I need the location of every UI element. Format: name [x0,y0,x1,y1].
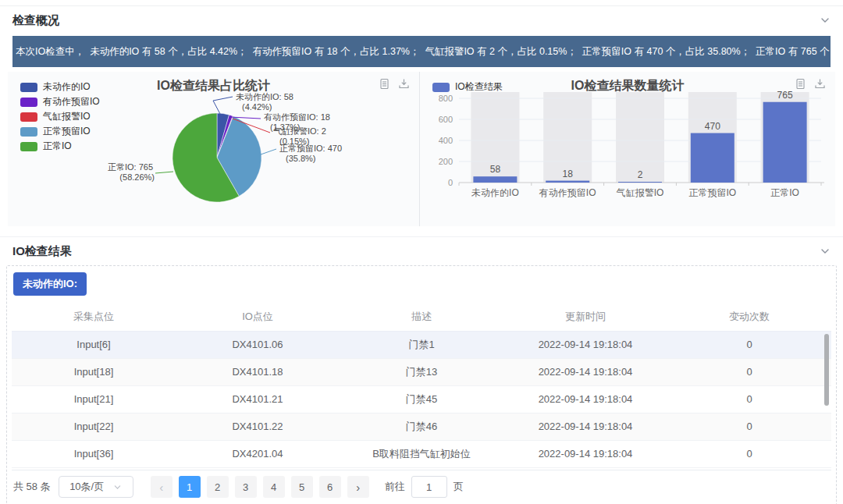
legend-swatch [432,83,450,92]
svg-text:气缸报警IO: 气缸报警IO [616,187,664,198]
page-button-5[interactable]: 5 [291,476,313,498]
legend-item[interactable]: 正常IO [20,139,100,154]
pie-chart-panel: 未动作的IO 有动作预留IO 气缸报警IO 正常预留IO 正常IO IO检查结果… [8,72,419,226]
goto-page-input[interactable] [411,476,447,498]
table-row[interactable]: Input[36]DX4201.04B取料阻挡气缸初始位2022-09-14 1… [12,440,831,467]
svg-text:(58.26%): (58.26%) [119,172,155,182]
svg-text:气缸报警IO: 2: 气缸报警IO: 2 [273,126,326,136]
results-table: 采集点位 IO点位 描述 更新时间 变动次数 Input[6]DX4101.06… [12,303,831,468]
section-divider [0,226,843,237]
table-cell: Input[36] [12,440,176,467]
legend-item[interactable]: 未动作的IO [20,80,100,94]
legend-label: IO检查结果 [455,80,503,94]
results-collapse-button[interactable] [820,246,831,257]
pie-legend: 未动作的IO 有动作预留IO 气缸报警IO 正常预留IO 正常IO [20,80,100,154]
overview-collapse-button[interactable] [820,15,831,26]
overview-header: 检查概况 [0,6,843,34]
table-cell: Input[21] [12,385,176,413]
pie-toolbox [379,78,410,90]
bar-chart-panel: IO检查结果 IO检查结果数量统计 020040060080058未动作的IO1… [419,72,835,226]
column-header: 采集点位 [12,303,176,331]
page-button-2[interactable]: 2 [207,476,229,498]
page-button-6[interactable]: 6 [319,476,341,498]
legend-label: 未动作的IO [43,80,91,94]
svg-text:600: 600 [439,115,453,124]
table-cell: DX4201.04 [176,440,340,467]
svg-text:有动作预留IO: 18: 有动作预留IO: 18 [264,112,330,122]
page-button-3[interactable]: 3 [235,476,257,498]
table-cell: 0 [667,413,831,440]
legend-item[interactable]: 气缸报警IO [20,109,100,124]
column-header: 变动次数 [667,303,831,331]
next-page-button[interactable]: › [347,476,369,498]
svg-text:正常IO: 765: 正常IO: 765 [108,162,153,172]
data-view-icon[interactable] [379,78,390,90]
table-row[interactable]: Input[6]DX4101.06门禁12022-09-14 19:18:040 [12,331,831,358]
legend-item[interactable]: IO检查结果 [432,80,503,94]
overview-title: 检查概况 [12,13,59,28]
page-button-4[interactable]: 4 [263,476,285,498]
legend-label: 气缸报警IO [43,110,91,123]
legend-label: 正常预留IO [43,125,91,138]
prev-page-button[interactable]: ‹ [151,476,173,498]
table-cell: 0 [667,358,831,385]
table-cell: 2022-09-14 19:18:04 [503,331,667,358]
goto-page: 前往 页 [385,476,464,498]
svg-text:400: 400 [439,136,453,145]
column-header: 描述 [340,303,503,331]
svg-text:有动作预留IO: 有动作预留IO [539,187,596,198]
table-scrollbar[interactable] [824,334,829,406]
svg-text:470: 470 [705,121,720,132]
results-header: IO检查结果 [0,237,843,265]
table-cell: 门禁1 [340,331,503,358]
results-table-wrap: 采集点位 IO点位 描述 更新时间 变动次数 Input[6]DX4101.06… [12,303,831,468]
table-cell: 0 [667,331,831,358]
chevron-down-icon [820,15,831,26]
charts-row: 未动作的IO 有动作预留IO 气缸报警IO 正常预留IO 正常IO IO检查结果… [8,72,835,226]
table-cell: DX4101.06 [176,331,340,358]
table-cell: 0 [667,385,831,413]
table-cell: 0 [667,440,831,467]
column-header: 更新时间 [503,303,667,331]
legend-swatch [20,83,37,92]
bar-legend: IO检查结果 [432,80,503,94]
table-row[interactable]: Input[22]DX4101.22门禁462022-09-14 19:18:0… [12,413,831,440]
legend-item[interactable]: 有动作预留IO [20,94,100,109]
pagination: 共 58 条 10条/页 ‹123456› 前往 页 [12,470,831,501]
goto-suffix: 页 [454,480,464,494]
table-cell: 2022-09-14 19:18:04 [503,413,667,440]
table-cell: 2022-09-14 19:18:04 [503,385,667,413]
download-icon[interactable] [814,78,826,90]
page-size-value: 10条/页 [69,480,104,494]
table-cell: 门禁45 [340,385,503,413]
data-view-icon[interactable] [795,78,806,90]
column-header: IO点位 [176,303,340,331]
bar-chart: 020040060080058未动作的IO18有动作预留IO2气缸报警IO470… [420,72,835,226]
legend-label: 正常IO [43,140,72,153]
total-count: 共 58 条 [13,480,51,494]
svg-text:(4.42%): (4.42%) [242,102,272,112]
page-top-divider [0,0,843,6]
table-row[interactable]: Input[21]DX4101.21门禁452022-09-14 19:18:0… [12,385,831,413]
download-icon[interactable] [398,78,410,90]
table-row[interactable]: Input[18]DX4101.18门禁132022-09-14 19:18:0… [12,358,831,385]
goto-label: 前往 [385,480,405,494]
category-badge[interactable]: 未动作的IO: [13,272,87,296]
page-size-select[interactable]: 10条/页 [59,476,133,498]
legend-swatch [20,112,37,122]
summary-banner: 本次IO检查中， 未动作的IO 有 58 个，占比 4.42%； 有动作预留IO… [12,36,831,67]
legend-swatch [20,142,37,151]
table-cell: DX4101.18 [176,358,340,385]
table-cell: 2022-09-14 19:18:04 [503,440,667,467]
table-cell: Input[22] [12,413,176,440]
table-cell: B取料阻挡气缸初始位 [340,440,503,467]
svg-text:18: 18 [563,169,574,179]
bar-toolbox [795,78,826,90]
svg-text:58: 58 [490,164,501,175]
page-button-1[interactable]: 1 [179,476,201,498]
table-cell: 2022-09-14 19:18:04 [503,358,667,385]
legend-item[interactable]: 正常预留IO [20,124,100,139]
legend-swatch [20,98,37,107]
table-cell: Input[6] [12,331,176,358]
table-cell: DX4101.22 [176,413,340,440]
